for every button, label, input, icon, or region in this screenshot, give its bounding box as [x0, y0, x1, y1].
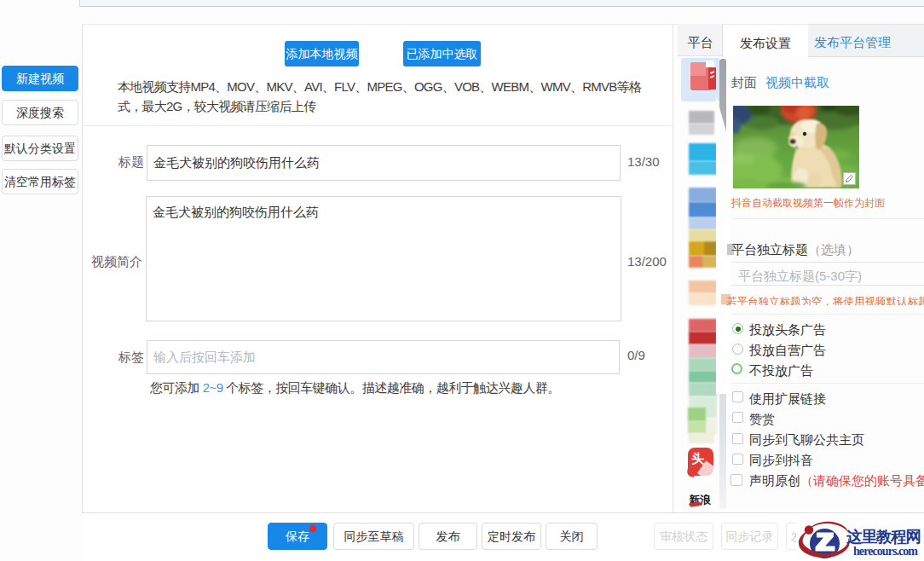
svg-text:这里教程网: 这里教程网 — [846, 528, 921, 546]
svg-text:herecours.com: herecours.com — [853, 545, 918, 558]
